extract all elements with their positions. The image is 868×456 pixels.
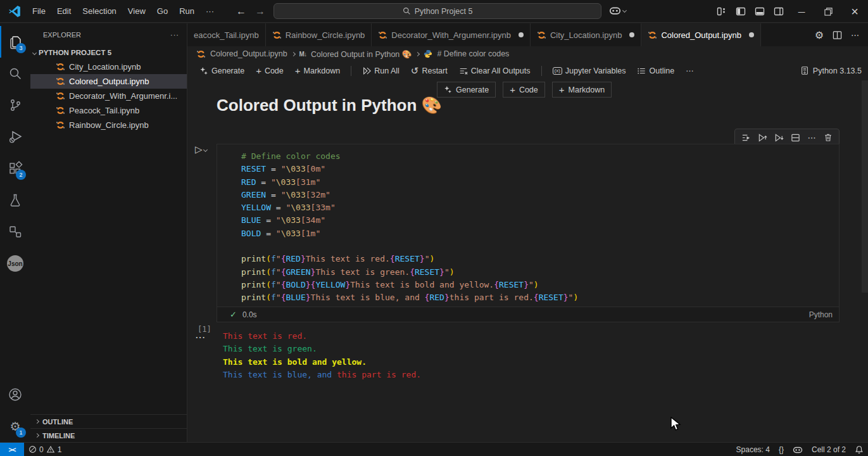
outline-section[interactable]: OUTLINE xyxy=(30,414,187,428)
run-cell-button[interactable]: ▷ xyxy=(195,144,203,155)
file-tree-item[interactable]: Rainbow_Circle.ipynb xyxy=(30,118,187,132)
execute-above-cells-icon[interactable] xyxy=(755,131,769,144)
close-button[interactable]: × xyxy=(841,0,868,23)
restore-button[interactable] xyxy=(815,0,841,23)
search-view-icon[interactable] xyxy=(0,58,30,89)
add-code-cell-button[interactable]: + Code xyxy=(251,63,288,78)
plus-icon: + xyxy=(510,84,515,95)
explorer-more-actions[interactable]: ··· xyxy=(170,31,179,39)
toggle-primary-sidebar-icon[interactable] xyxy=(731,3,750,20)
generate-button[interactable]: Generate xyxy=(195,65,249,77)
notebook-icon xyxy=(272,30,282,40)
menu-view[interactable]: View xyxy=(122,4,151,18)
clear-all-outputs-button[interactable]: Clear All Outputs xyxy=(455,65,535,77)
delete-cell-icon[interactable] xyxy=(821,131,835,144)
output-line: This text is red. xyxy=(223,330,840,343)
cell-position-indicator[interactable]: Cell 2 of 2 xyxy=(807,443,850,456)
run-by-line-icon[interactable] xyxy=(739,131,753,144)
python-icon xyxy=(424,49,432,58)
split-cell-icon[interactable] xyxy=(788,131,802,144)
output-more-actions[interactable]: ··· xyxy=(196,332,206,342)
problems-indicator[interactable]: 0 1 xyxy=(24,443,66,456)
cell-output: ··· This text is red.This text is green.… xyxy=(187,330,840,381)
modified-dot[interactable] xyxy=(519,32,524,37)
copilot-status-icon[interactable] xyxy=(788,443,807,456)
menu-selection[interactable]: Selection xyxy=(77,4,122,18)
generate-button[interactable]: Generate xyxy=(437,82,496,98)
output-line: This text is green. xyxy=(223,343,840,355)
modified-dot[interactable] xyxy=(629,32,634,37)
toolbar-more-actions[interactable]: ⋯ xyxy=(681,64,698,77)
nav-forward-icon[interactable]: → xyxy=(255,6,265,17)
success-check-icon: ✓ xyxy=(230,310,237,319)
testing-icon[interactable] xyxy=(0,184,30,216)
run-all-icon xyxy=(362,66,371,75)
timeline-section[interactable]: TIMELINE xyxy=(30,428,187,442)
file-tree-item[interactable]: City_Location.ipynb xyxy=(30,60,187,74)
editor-more-actions[interactable]: ⋯ xyxy=(851,30,859,40)
editor-tab[interactable]: Rainbow_Circle.ipynb xyxy=(266,23,372,46)
toggle-panel-icon[interactable] xyxy=(750,3,769,20)
code-line: YELLOW = "\033[33m" xyxy=(241,201,839,214)
notebook-icon xyxy=(56,77,65,86)
notebook-icon xyxy=(378,30,387,40)
file-tree-item[interactable]: Peacock_Tail.ipynb xyxy=(30,103,187,118)
jupyter-variables-button[interactable]: (x) Jupyter Variables xyxy=(548,65,631,77)
add-markdown-cell-button[interactable]: + Markdown xyxy=(291,63,344,78)
breadcrumb-file[interactable]: Colored_Output.ipynb xyxy=(210,49,287,58)
split-editor-icon[interactable] xyxy=(833,30,842,40)
variables-icon: (x) xyxy=(553,67,562,75)
indentation-indicator[interactable]: Spaces: 4 xyxy=(732,443,774,456)
settings-gear-icon[interactable]: ⚙ 1 xyxy=(0,410,30,442)
add-markdown-cell-button[interactable]: + Markdown xyxy=(552,82,612,98)
cell-more-actions[interactable]: ⋯ xyxy=(805,131,819,144)
editor-scrollbar[interactable] xyxy=(862,80,868,293)
menu-go[interactable]: Go xyxy=(151,4,173,18)
copilot-icon xyxy=(609,4,621,16)
code-editor[interactable]: # Define color codesRESET = "\033[0m"RED… xyxy=(217,144,839,307)
editor-tab[interactable]: City_Location.ipynb xyxy=(531,23,641,46)
outline-button[interactable]: Outline xyxy=(632,65,679,77)
kernel-picker[interactable]: Python 3.13.5 xyxy=(813,66,862,75)
breadcrumb-cell[interactable]: # Define color codes xyxy=(437,49,509,58)
project-root-folder[interactable]: PYTHON PROJECT 5 xyxy=(30,46,187,60)
editor-tab[interactable]: Colored_Output.ipynb xyxy=(641,23,760,46)
command-center-search[interactable]: Python Project 5 xyxy=(274,3,601,19)
editor-tab[interactable]: Decorator_With_Argumenr.ipynb xyxy=(372,23,531,46)
execute-cell-and-below-icon[interactable] xyxy=(772,131,786,144)
breadcrumb-section[interactable]: Colored Output in Python 🎨 xyxy=(311,49,412,59)
add-code-cell-button[interactable]: + Code xyxy=(503,82,545,98)
modified-dot[interactable] xyxy=(749,32,754,37)
file-tree-item[interactable]: Colored_Output.ipynb xyxy=(30,74,187,89)
extensions-icon[interactable]: 2 xyxy=(0,153,30,184)
sparkle-icon xyxy=(444,86,452,94)
source-control-icon[interactable] xyxy=(0,89,30,121)
menu-file[interactable]: File xyxy=(27,4,51,18)
accounts-icon[interactable] xyxy=(0,379,30,410)
editor-tab-bar: eacock_Tail.ipynbRainbow_Circle.ipynbDec… xyxy=(187,23,868,46)
customize-layout-icon[interactable] xyxy=(712,3,731,20)
code-cell[interactable]: # Define color codesRESET = "\033[0m"RED… xyxy=(217,144,840,322)
live-preview-icon[interactable] xyxy=(0,216,30,248)
nav-back-icon[interactable]: ← xyxy=(236,6,246,17)
explorer-icon[interactable]: 3 xyxy=(0,26,30,58)
file-tree-item[interactable]: Decorator_With_Argumenr.i... xyxy=(30,89,187,103)
restart-button[interactable]: ↺ Restart xyxy=(406,63,452,79)
run-options-chevron-icon[interactable] xyxy=(203,147,208,151)
menu-run[interactable]: Run xyxy=(173,4,200,18)
remote-indicator[interactable]: >< xyxy=(0,443,24,456)
json-extension-icon[interactable]: Json xyxy=(0,248,30,279)
markdown-cell-heading[interactable]: Colored Output in Python 🎨 xyxy=(217,96,442,115)
minimize-button[interactable]: ─ xyxy=(788,0,815,23)
run-all-button[interactable]: Run All xyxy=(358,65,404,77)
editor-tab[interactable]: eacock_Tail.ipynb xyxy=(187,23,266,46)
menu-[interactable]: ··· xyxy=(200,4,220,18)
language-brackets-indicator[interactable]: {} xyxy=(774,443,788,456)
toggle-secondary-sidebar-icon[interactable] xyxy=(769,3,788,20)
copilot-menu[interactable] xyxy=(609,4,626,16)
tab-gear-icon[interactable]: ⚙ xyxy=(815,29,824,41)
run-debug-icon[interactable] xyxy=(0,121,30,153)
cell-language[interactable]: Python xyxy=(809,310,833,319)
menu-edit[interactable]: Edit xyxy=(51,4,77,18)
notifications-bell-icon[interactable] xyxy=(850,443,868,456)
